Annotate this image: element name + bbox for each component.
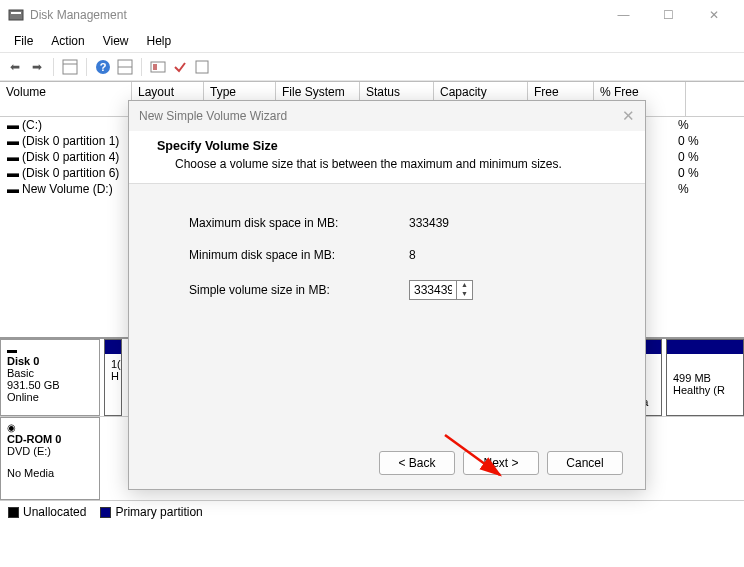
checkmark-icon[interactable]	[171, 58, 189, 76]
legend-unallocated: Unallocated	[23, 505, 86, 519]
disk-type: Basic	[7, 367, 93, 379]
toolbar-icon-4[interactable]	[193, 58, 211, 76]
col-volume[interactable]: Volume	[0, 82, 132, 116]
volume-pct: 0 %	[678, 134, 738, 148]
wizard-header: Specify Volume Size Choose a volume size…	[129, 131, 645, 184]
menu-view[interactable]: View	[95, 32, 137, 50]
svg-rect-9	[153, 64, 157, 70]
volume-size-label: Simple volume size in MB:	[189, 283, 409, 297]
toolbar-icon-2[interactable]	[116, 58, 134, 76]
cdrom-title: CD-ROM 0	[7, 433, 93, 445]
disk-info[interactable]: ▬ Disk 0 Basic 931.50 GB Online	[0, 339, 100, 416]
minimize-button[interactable]: —	[601, 0, 646, 30]
max-space-label: Maximum disk space in MB:	[189, 216, 409, 230]
toolbar-separator	[53, 58, 54, 76]
legend-swatch-primary	[100, 507, 111, 518]
legend: Unallocated Primary partition	[0, 501, 744, 523]
cancel-button[interactable]: Cancel	[547, 451, 623, 475]
wizard-title-text: New Simple Volume Wizard	[139, 109, 287, 123]
cdrom-sub: DVD (E:)	[7, 445, 93, 457]
spinner-down-icon[interactable]: ▼	[457, 290, 472, 299]
back-button[interactable]: < Back	[379, 451, 455, 475]
svg-rect-2	[63, 60, 77, 74]
cdrom-status: No Media	[7, 467, 93, 479]
min-space-label: Minimum disk space in MB:	[189, 248, 409, 262]
legend-swatch-unallocated	[8, 507, 19, 518]
svg-rect-0	[9, 10, 23, 20]
menu-action[interactable]: Action	[43, 32, 92, 50]
toolbar-separator	[86, 58, 87, 76]
spinner-up-icon[interactable]: ▲	[457, 281, 472, 290]
toolbar-icon-1[interactable]	[61, 58, 79, 76]
volume-size-input[interactable]	[410, 281, 456, 299]
toolbar-icon-3[interactable]	[149, 58, 167, 76]
min-space-value: 8	[409, 248, 416, 262]
window-title: Disk Management	[30, 8, 601, 22]
max-space-value: 333439	[409, 216, 449, 230]
maximize-button[interactable]: ☐	[646, 0, 691, 30]
volume-pct: %	[678, 182, 738, 196]
wizard-heading: Specify Volume Size	[157, 139, 617, 153]
disk-size: 931.50 GB	[7, 379, 93, 391]
cdrom-info[interactable]: ◉ CD-ROM 0 DVD (E:) No Media	[0, 417, 100, 500]
partition-bar[interactable]: 1(H	[104, 339, 122, 416]
window-titlebar: Disk Management — ☐ ✕	[0, 0, 744, 30]
disk-status: Online	[7, 391, 93, 403]
drive-icon: ▬	[6, 150, 20, 164]
volume-name: (Disk 0 partition 6)	[22, 166, 119, 180]
menu-file[interactable]: File	[6, 32, 41, 50]
wizard-footer: < Back Next > Cancel	[379, 451, 623, 475]
menu-help[interactable]: Help	[139, 32, 180, 50]
help-icon[interactable]: ?	[94, 58, 112, 76]
back-icon[interactable]: ⬅	[6, 58, 24, 76]
drive-icon: ▬	[6, 182, 20, 196]
close-button[interactable]: ✕	[691, 0, 736, 30]
wizard-body: Maximum disk space in MB: 333439 Minimum…	[129, 184, 645, 300]
volume-name: (Disk 0 partition 1)	[22, 134, 119, 148]
next-button[interactable]: Next >	[463, 451, 539, 475]
wizard-dialog: New Simple Volume Wizard ✕ Specify Volum…	[128, 100, 646, 490]
forward-icon[interactable]: ➡	[28, 58, 46, 76]
drive-icon: ▬	[6, 166, 20, 180]
volume-name: (C:)	[22, 118, 42, 132]
svg-rect-10	[196, 61, 208, 73]
volume-name: New Volume (D:)	[22, 182, 113, 196]
volume-pct: 0 %	[678, 166, 738, 180]
menu-bar: File Action View Help	[0, 30, 744, 53]
legend-primary: Primary partition	[115, 505, 202, 519]
drive-icon: ▬	[6, 118, 20, 132]
svg-text:?: ?	[100, 61, 107, 73]
volume-name: (Disk 0 partition 4)	[22, 150, 119, 164]
volume-pct: %	[678, 118, 738, 132]
drive-icon: ▬	[6, 134, 20, 148]
wizard-close-icon[interactable]: ✕	[622, 107, 635, 125]
wizard-titlebar: New Simple Volume Wizard ✕	[129, 101, 645, 131]
svg-rect-1	[11, 12, 21, 14]
toolbar-separator	[141, 58, 142, 76]
volume-pct: 0 %	[678, 150, 738, 164]
volume-size-spinner[interactable]: ▲▼	[409, 280, 473, 300]
disk-title: Disk 0	[7, 355, 93, 367]
app-icon	[8, 7, 24, 23]
wizard-subheading: Choose a volume size that is between the…	[157, 153, 617, 171]
toolbar: ⬅ ➡ ?	[0, 53, 744, 81]
partition-bar[interactable]: 499 MBHealthy (R	[666, 339, 744, 416]
